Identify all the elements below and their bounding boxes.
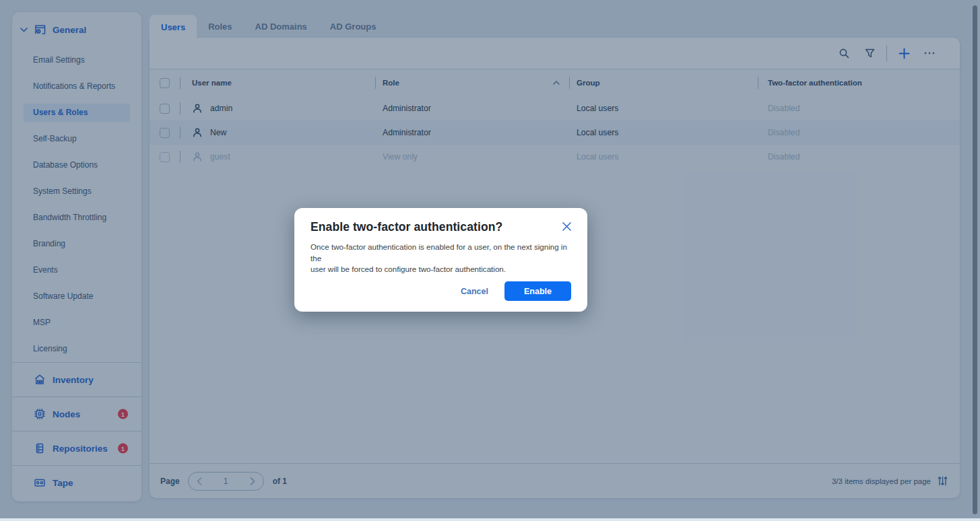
cancel-button[interactable]: Cancel [461, 287, 488, 296]
dialog-body-text: Once two-factor authentication is enable… [311, 242, 571, 275]
enable-button[interactable]: Enable [504, 281, 571, 301]
dialog-title: Enable two-factor authentication? [311, 220, 502, 234]
enable-two-factor-dialog: Enable two-factor authentication? Once t… [294, 208, 587, 312]
vertical-scrollbar[interactable] [973, 5, 977, 514]
close-icon[interactable] [562, 222, 571, 231]
